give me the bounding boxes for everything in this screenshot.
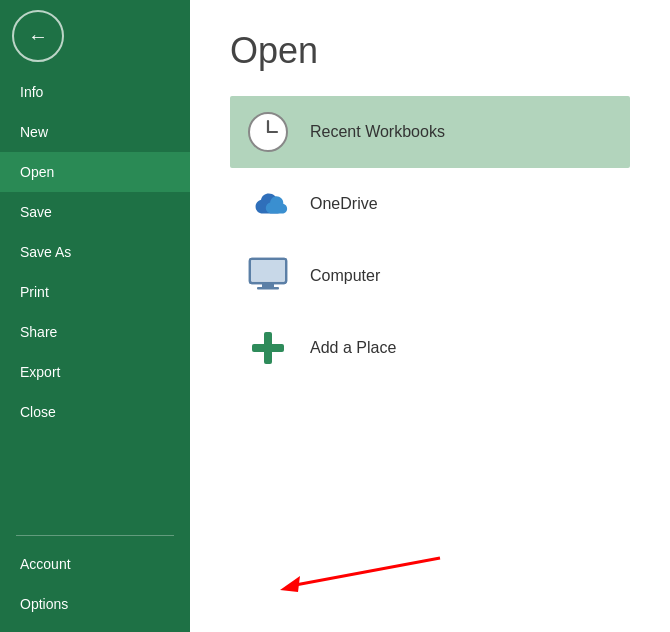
sidebar-item-save-as[interactable]: Save As (0, 232, 190, 272)
computer-label: Computer (310, 267, 380, 285)
open-option-recent[interactable]: Recent Workbooks (230, 96, 630, 168)
sidebar-item-export[interactable]: Export (0, 352, 190, 392)
svg-marker-12 (280, 576, 300, 592)
open-option-computer[interactable]: Computer (230, 240, 630, 312)
svg-rect-10 (252, 344, 284, 352)
svg-rect-7 (262, 283, 274, 287)
recent-workbooks-label: Recent Workbooks (310, 123, 445, 141)
sidebar-item-account[interactable]: Account (0, 544, 190, 584)
sidebar-item-open[interactable]: Open (0, 152, 190, 192)
onedrive-icon (246, 182, 290, 226)
sidebar-bottom: Account Options (0, 527, 190, 632)
onedrive-label: OneDrive (310, 195, 378, 213)
sidebar-item-info[interactable]: Info (0, 72, 190, 112)
sidebar-item-save[interactable]: Save (0, 192, 190, 232)
back-button[interactable]: ← (12, 10, 64, 62)
sidebar: ← Info New Open Save Save As Print Share… (0, 0, 190, 632)
add-place-label: Add a Place (310, 339, 396, 357)
sidebar-item-share[interactable]: Share (0, 312, 190, 352)
computer-icon (246, 254, 290, 298)
open-options-list: Recent Workbooks OneDrive (230, 96, 630, 384)
main-content: Open Recent Workbooks OneDrive (190, 0, 670, 632)
sidebar-nav: Info New Open Save Save As Print Share E… (0, 72, 190, 527)
sidebar-divider (16, 535, 174, 536)
sidebar-item-close[interactable]: Close (0, 392, 190, 432)
open-option-add-place[interactable]: Add a Place (230, 312, 630, 384)
svg-rect-8 (257, 287, 279, 290)
arrow-annotation (230, 538, 450, 602)
page-title: Open (230, 30, 630, 72)
sidebar-item-print[interactable]: Print (0, 272, 190, 312)
open-option-onedrive[interactable]: OneDrive (230, 168, 630, 240)
recent-workbooks-icon (246, 110, 290, 154)
svg-line-11 (290, 558, 440, 586)
sidebar-item-new[interactable]: New (0, 112, 190, 152)
back-arrow-icon: ← (28, 25, 48, 48)
svg-rect-6 (251, 260, 285, 281)
sidebar-item-options[interactable]: Options (0, 584, 190, 624)
add-place-icon (246, 326, 290, 370)
